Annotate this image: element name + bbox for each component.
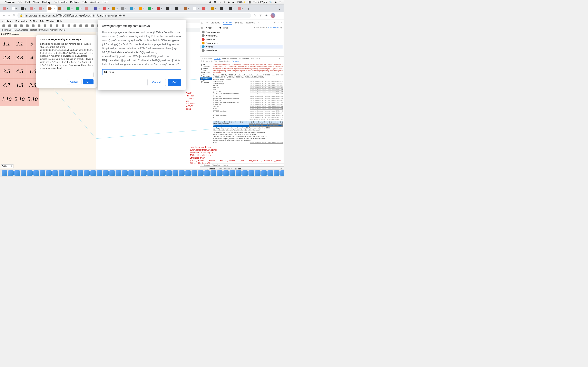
source-link[interactable]: cards_usefocus.htm?c…memories=04.0:6105 bbox=[250, 106, 283, 108]
search-icon[interactable]: 🔍 bbox=[269, 1, 272, 4]
menu-file[interactable]: File bbox=[18, 1, 22, 4]
dock-app[interactable] bbox=[128, 170, 134, 176]
card-cell[interactable]: 3.3 bbox=[13, 50, 26, 64]
browser-tab[interactable]: R bbox=[129, 5, 138, 12]
volume-icon[interactable]: ◀ bbox=[232, 1, 234, 4]
dock-app[interactable] bbox=[223, 170, 229, 176]
inner-menu-item[interactable]: Help bbox=[57, 20, 62, 22]
inner-tab[interactable] bbox=[30, 24, 36, 28]
console-line[interactable]: cards_usefocus.htm?c…memories=04.0:6597s… bbox=[213, 83, 283, 85]
sidebar-toggle-icon[interactable]: ▤ bbox=[201, 26, 203, 29]
browser-tab[interactable]: Jt bbox=[2, 5, 10, 12]
console-sidebar-item[interactable]: No info bbox=[200, 45, 283, 49]
dock-app[interactable] bbox=[40, 170, 45, 176]
console-line[interactable]: cards_usefocus.htm?c…memories=04.0:4640D… bbox=[213, 114, 283, 116]
eye-icon[interactable]: ◉ bbox=[219, 26, 221, 29]
browser-tab[interactable]: G bbox=[219, 5, 227, 12]
dock-app[interactable] bbox=[268, 170, 273, 176]
source-link[interactable]: cards_usefocus.htm?c…memories=04.0:6105 bbox=[250, 100, 283, 101]
inner-tab[interactable] bbox=[13, 24, 18, 28]
card-cell[interactable]: 1.1 bbox=[0, 37, 13, 50]
clear-icon[interactable]: ⊘ bbox=[205, 26, 207, 29]
dock-app[interactable] bbox=[210, 170, 216, 176]
console-line[interactable]: wb=Player 1 cards are ... 1.4: cards_use… bbox=[213, 127, 283, 129]
browser-tab[interactable]: 0 bbox=[57, 5, 66, 12]
cancel-button[interactable]: Cancel bbox=[147, 79, 166, 86]
dock-app[interactable] bbox=[185, 170, 191, 176]
status-icon[interactable]: ✱ bbox=[209, 1, 211, 4]
console-line[interactable]: w.rjmprogramming.com.au/images/13c.gif##… bbox=[213, 70, 283, 72]
wifi-icon[interactable]: ◉ bbox=[228, 1, 230, 4]
inner-tab[interactable] bbox=[7, 24, 12, 28]
extensions-icon[interactable]: ✦ bbox=[265, 13, 268, 17]
browser-tab[interactable]: rj bbox=[20, 5, 28, 12]
nested-sidebar-item[interactable]: No warnings bbox=[200, 73, 212, 77]
menu-view[interactable]: View bbox=[33, 1, 39, 4]
console-line[interactable]: cards_usefocus.htm?c…memories=04.0:4640D… bbox=[213, 110, 283, 112]
inner-tab[interactable] bbox=[42, 24, 48, 28]
browser-tab[interactable]: W bbox=[66, 5, 75, 12]
card-cell[interactable]: 3.5 bbox=[0, 64, 13, 78]
dock-app[interactable] bbox=[160, 170, 165, 176]
console-line[interactable]: 0s,10c,10d,10h,open_misère,10n (bearing … bbox=[213, 138, 283, 140]
console-line[interactable]: Pass,6s,6c,6d,6h,6n,7s,7c,7d,7h,7n,8s,mi… bbox=[213, 135, 283, 137]
source-link[interactable]: cards_usefocus.htm?c…d_memories=04.0:186 bbox=[249, 123, 283, 125]
dock-app[interactable] bbox=[116, 170, 121, 176]
dock-app[interactable] bbox=[71, 170, 77, 176]
airplay-icon[interactable]: ▭ bbox=[219, 1, 221, 4]
dock-app[interactable] bbox=[147, 170, 153, 176]
console-sidebar-item[interactable]: No errors bbox=[200, 38, 283, 41]
console-line[interactable]: cards_usefocus.htm?c…memories=04.0:1985y… bbox=[213, 142, 283, 144]
card-cell[interactable]: 3.10 bbox=[26, 92, 39, 106]
source-link[interactable]: cards_usefocus.htm?c…memories=04.0:1693 bbox=[250, 85, 283, 87]
source-link[interactable]: cards_usefocus.htm?c…memories=04.0:1985 bbox=[250, 108, 283, 110]
more-icon[interactable]: ⋮ bbox=[277, 21, 279, 24]
console-line[interactable]: ♣ 1.10:♠ 1.8:♠ 1.5:♠ 1.1:♠ 1.7:♠ 1.6:♦ 1… bbox=[213, 129, 283, 131]
tab-network[interactable]: Network bbox=[246, 21, 255, 25]
tab-sources[interactable]: Sources bbox=[234, 21, 243, 25]
source-link[interactable]: cards_usefocus.htm?c…d_memories=04.0:185 bbox=[249, 118, 283, 120]
device-icon[interactable]: ▭ bbox=[206, 21, 208, 24]
gear-icon[interactable]: ⚙ bbox=[280, 26, 282, 29]
card-cell[interactable]: 2.10 bbox=[13, 92, 26, 106]
source-link[interactable]: cards_usefocus.htm?c…memories=04.0:6105 bbox=[250, 87, 283, 89]
clock[interactable]: Thu 7:22 pm bbox=[253, 1, 267, 4]
console-line[interactable]: ##127183"] bbox=[213, 72, 283, 74]
dock-app[interactable] bbox=[103, 170, 109, 176]
console-line[interactable]: cards_usefocus.htm?c…d_memories=04.0:186… bbox=[213, 125, 283, 127]
dock-app[interactable] bbox=[154, 170, 159, 176]
profile-avatar[interactable] bbox=[270, 13, 276, 18]
browser-tab[interactable]: is bbox=[156, 5, 164, 12]
nested-sidebar-item[interactable]: 63 info bbox=[200, 77, 212, 80]
console-line[interactable]: cards_usefocus.htm?c…memories=04.0:6105ⓘ… bbox=[213, 104, 283, 106]
card-cell[interactable]: 4.7 bbox=[0, 78, 13, 92]
inspect-icon[interactable]: ⬚ bbox=[201, 58, 203, 59]
dock-app[interactable] bbox=[191, 170, 197, 176]
menu-bookmarks[interactable]: Bookmarks bbox=[54, 1, 67, 4]
card-cell[interactable]: 1.10 bbox=[0, 92, 13, 106]
filter-input[interactable] bbox=[223, 26, 251, 29]
inner-menu-item[interactable]: Tab bbox=[40, 20, 43, 22]
menu-edit[interactable]: Edit bbox=[25, 1, 30, 4]
source-link[interactable]: cards_usefocus.htm?c…memories=04.0:6573 bbox=[250, 80, 283, 82]
browser-tab[interactable]: G bbox=[174, 5, 182, 12]
menu-icon[interactable]: ☰ bbox=[279, 1, 282, 4]
console-line[interactable]: phase the last winning bid is Pass so wh… bbox=[213, 133, 283, 135]
inner-menu-item[interactable]: v bbox=[2, 20, 3, 22]
tab-console[interactable]: Console bbox=[223, 20, 232, 25]
tab-elements[interactable]: Elements bbox=[210, 21, 221, 25]
inner-tab[interactable] bbox=[60, 24, 66, 28]
dock-app[interactable] bbox=[14, 170, 20, 176]
console-sidebar-item[interactable]: No verbose bbox=[200, 49, 283, 52]
console-line[interactable]: es/10c.gif##127195", "//www.rjmprogrammi… bbox=[213, 66, 283, 67]
tab-more[interactable]: » bbox=[258, 21, 259, 25]
console-line[interactable]: address suffices to enter your next bid,… bbox=[213, 140, 283, 142]
console-line[interactable]: mming.com.au/images/back01.gif##124./www… bbox=[213, 68, 283, 70]
dock-app[interactable] bbox=[84, 170, 90, 176]
source-link[interactable]: cards_usefocus.htm?c…memories=04.0:6105 bbox=[250, 91, 283, 93]
siri-icon[interactable]: ◉ bbox=[275, 1, 277, 4]
status-icon[interactable]: ▦ bbox=[249, 1, 251, 4]
menu-profiles[interactable]: Profiles bbox=[70, 1, 79, 4]
close-icon[interactable]: × bbox=[54, 7, 56, 10]
dock-app[interactable] bbox=[27, 170, 33, 176]
